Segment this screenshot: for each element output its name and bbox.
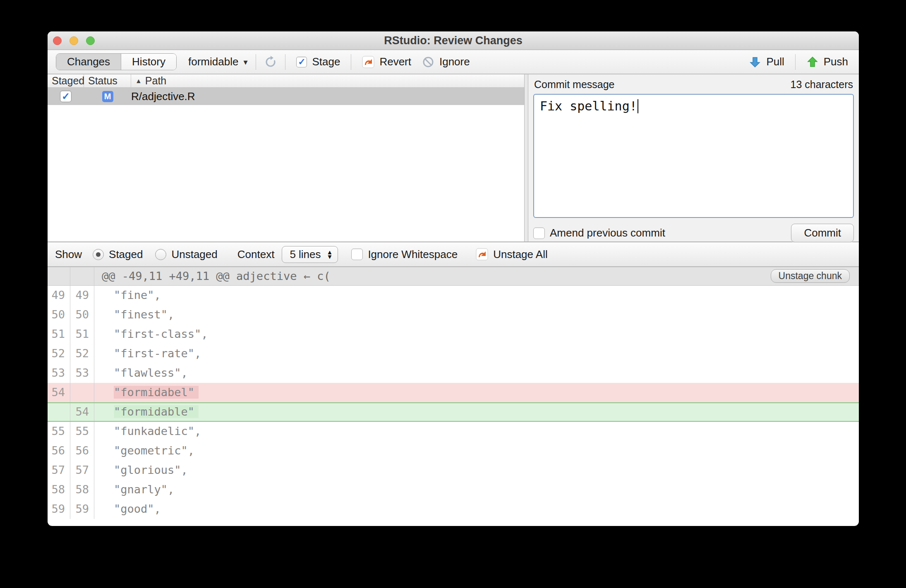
diff-line-code: "good", bbox=[94, 500, 859, 519]
old-line-number: 54 bbox=[48, 383, 70, 402]
revert-label: Revert bbox=[379, 55, 411, 68]
old-line-number: 58 bbox=[48, 480, 70, 500]
status-badge: M bbox=[102, 91, 113, 102]
refresh-icon[interactable] bbox=[264, 56, 277, 68]
show-staged-radio[interactable]: Staged bbox=[93, 248, 143, 261]
old-line-number: 51 bbox=[48, 325, 70, 344]
ignore-button[interactable]: Ignore bbox=[419, 55, 472, 68]
diff-line-code: "first-rate", bbox=[94, 344, 859, 363]
stage-checkbox-icon[interactable]: ✓ bbox=[296, 57, 307, 67]
toolbar-divider bbox=[285, 54, 285, 70]
diff-line[interactable]: 5656"geometric", bbox=[48, 441, 859, 461]
diff-line[interactable]: 5959"good", bbox=[48, 500, 859, 519]
hunk-header: @@ -49,11 +49,11 @@ adjective ← c( Unsta… bbox=[48, 267, 859, 286]
new-line-number: 53 bbox=[70, 363, 94, 383]
diff-toolbar: Show Staged Unstaged Context 5 lines ▲▼ … bbox=[48, 241, 859, 267]
diff-line[interactable]: 5757"glorious", bbox=[48, 461, 859, 480]
commit-message-text: Fix spelling! bbox=[540, 99, 637, 113]
radio-unselected-icon[interactable] bbox=[155, 249, 166, 260]
main-toolbar: Changes History formidable ▾ ✓ Stage Rev… bbox=[48, 50, 859, 74]
radio-selected-icon[interactable] bbox=[93, 249, 104, 260]
amend-previous-commit-option[interactable]: Amend previous commit bbox=[533, 227, 665, 239]
ignore-icon bbox=[422, 56, 434, 68]
amend-label: Amend previous commit bbox=[550, 227, 665, 239]
stage-label: Stage bbox=[312, 55, 340, 68]
diff-line-code: "glorious", bbox=[94, 461, 859, 480]
new-line-number: 57 bbox=[70, 461, 94, 480]
file-rows-container: ✓MR/adjective.R bbox=[48, 88, 524, 105]
tab-history[interactable]: History bbox=[121, 54, 176, 70]
pull-label: Pull bbox=[766, 55, 784, 68]
context-lines-select[interactable]: 5 lines ▲▼ bbox=[282, 246, 338, 263]
show-unstaged-radio[interactable]: Unstaged bbox=[155, 248, 217, 261]
column-header-status[interactable]: Status bbox=[84, 74, 131, 87]
diff-line-code: "flawless", bbox=[94, 363, 859, 383]
unstage-all-button[interactable]: Unstage All bbox=[476, 248, 548, 261]
commit-button[interactable]: Commit bbox=[791, 224, 854, 242]
view-segmented-control: Changes History bbox=[56, 53, 177, 70]
toolbar-divider bbox=[256, 54, 256, 70]
new-line-number: 54 bbox=[70, 403, 94, 421]
new-line-number: 49 bbox=[70, 286, 94, 305]
diff-line[interactable]: 5050"finest", bbox=[48, 305, 859, 325]
amend-checkbox[interactable] bbox=[533, 227, 545, 239]
stepper-icon: ▲▼ bbox=[327, 250, 333, 259]
old-line-number: 50 bbox=[48, 305, 70, 325]
diff-line[interactable]: 54"formidable" bbox=[48, 402, 859, 422]
upper-pane: Staged Status ▲ Path ✓MR/adjective.R Com… bbox=[48, 74, 859, 241]
old-line-number bbox=[48, 403, 70, 421]
file-row[interactable]: ✓MR/adjective.R bbox=[48, 88, 524, 105]
file-path: R/adjective.R bbox=[131, 90, 524, 103]
diff-line-code: "gnarly", bbox=[94, 480, 859, 500]
tab-changes[interactable]: Changes bbox=[56, 54, 121, 70]
context-label: Context bbox=[237, 248, 275, 261]
new-line-gutter bbox=[70, 267, 94, 285]
column-header-path[interactable]: ▲ Path bbox=[131, 74, 524, 87]
push-button[interactable]: Push bbox=[804, 55, 851, 68]
diff-line-code: "fine", bbox=[94, 286, 859, 305]
ignore-label: Ignore bbox=[439, 55, 470, 68]
new-line-number: 51 bbox=[70, 325, 94, 344]
diff-line[interactable]: 5151"first-class", bbox=[48, 325, 859, 344]
toolbar-right-group: Pull Push bbox=[746, 54, 851, 70]
old-line-number: 53 bbox=[48, 363, 70, 383]
unstage-chunk-button[interactable]: Unstage chunk bbox=[771, 269, 850, 283]
pane-splitter[interactable] bbox=[524, 74, 528, 241]
diff-line[interactable]: 5858"gnarly", bbox=[48, 480, 859, 500]
chevron-down-icon: ▾ bbox=[243, 57, 247, 67]
old-line-number: 55 bbox=[48, 422, 70, 441]
new-line-number: 52 bbox=[70, 344, 94, 363]
pull-button[interactable]: Pull bbox=[746, 55, 786, 68]
window-title: RStudio: Review Changes bbox=[48, 31, 859, 50]
review-changes-window: RStudio: Review Changes Changes History … bbox=[48, 31, 859, 526]
diff-line[interactable]: 54"formidabel" bbox=[48, 383, 859, 402]
staged-checkbox[interactable]: ✓ bbox=[60, 91, 72, 102]
diff-line-code: "formidable" bbox=[94, 403, 859, 421]
branch-dropdown[interactable]: formidable ▾ bbox=[188, 55, 247, 68]
diff-line[interactable]: 5252"first-rate", bbox=[48, 344, 859, 363]
old-line-number: 59 bbox=[48, 500, 70, 519]
new-line-number: 55 bbox=[70, 422, 94, 441]
new-line-number: 58 bbox=[70, 480, 94, 500]
file-list-header: Staged Status ▲ Path bbox=[48, 74, 524, 88]
commit-message-input[interactable]: Fix spelling! bbox=[533, 94, 854, 218]
old-line-number: 52 bbox=[48, 344, 70, 363]
title-bar[interactable]: RStudio: Review Changes bbox=[48, 31, 859, 50]
ignore-whitespace-checkbox[interactable] bbox=[351, 249, 363, 260]
stage-button[interactable]: ✓ Stage bbox=[294, 55, 343, 68]
diff-line[interactable]: 4949"fine", bbox=[48, 286, 859, 305]
diff-line[interactable]: 5555"funkadelic", bbox=[48, 422, 859, 441]
diff-line-code: "funkadelic", bbox=[94, 422, 859, 441]
revert-button[interactable]: Revert bbox=[360, 55, 414, 68]
toolbar-divider bbox=[795, 54, 796, 70]
show-label: Show bbox=[55, 248, 82, 261]
ignore-whitespace-option[interactable]: Ignore Whitespace bbox=[351, 248, 458, 261]
revert-icon bbox=[362, 56, 374, 68]
new-line-number: 59 bbox=[70, 500, 94, 519]
hunk-header-text: @@ -49,11 +49,11 @@ adjective ← c( bbox=[94, 267, 331, 285]
push-arrow-icon bbox=[806, 56, 819, 68]
diff-line[interactable]: 5353"flawless", bbox=[48, 363, 859, 383]
unstage-all-icon bbox=[476, 248, 488, 261]
file-list-pane: Staged Status ▲ Path ✓MR/adjective.R bbox=[48, 74, 524, 241]
column-header-staged[interactable]: Staged bbox=[48, 74, 84, 87]
